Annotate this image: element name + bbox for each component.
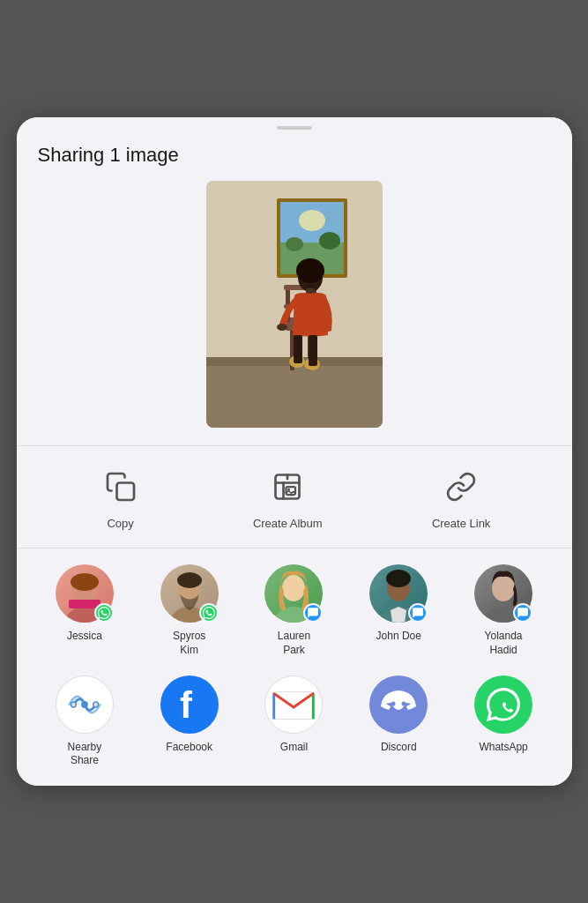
- spyros-name: SpyrosKim: [173, 630, 205, 657]
- app-discord[interactable]: Discord: [354, 675, 443, 768]
- discord-icon: [369, 675, 428, 734]
- contact-jessica[interactable]: Jessica: [41, 564, 129, 657]
- spyros-whatsapp-badge: [199, 603, 219, 623]
- sheet-title: Sharing 1 image: [38, 144, 551, 167]
- copy-label: Copy: [107, 517, 133, 530]
- svg-rect-26: [116, 483, 134, 501]
- facebook-label: Facebook: [166, 741, 212, 755]
- lauren-avatar-wrapper: [264, 564, 323, 623]
- drag-handle[interactable]: [17, 117, 572, 135]
- svg-point-48: [93, 702, 99, 707]
- svg-point-38: [177, 572, 202, 588]
- copy-icon: [98, 464, 144, 510]
- create-album-action[interactable]: Create Album: [253, 464, 323, 530]
- svg-point-10: [319, 232, 340, 250]
- svg-point-46: [81, 701, 88, 708]
- app-facebook[interactable]: f Facebook: [145, 675, 234, 768]
- svg-point-52: [402, 701, 406, 705]
- yolanda-avatar-wrapper: [474, 564, 532, 623]
- actions-section: Copy Create Album: [17, 446, 572, 548]
- whatsapp-app-label: WhatsApp: [479, 741, 527, 755]
- svg-point-19: [296, 258, 324, 283]
- svg-point-47: [71, 702, 76, 707]
- yolanda-name: YolandaHadid: [485, 630, 523, 657]
- facebook-icon: f: [160, 675, 219, 734]
- jessica-avatar-wrapper: [56, 564, 114, 623]
- app-nearby-share[interactable]: NearbyShare: [41, 675, 129, 768]
- john-messages-badge: [408, 603, 428, 623]
- svg-point-43: [386, 570, 411, 587]
- album-icon: [264, 464, 310, 510]
- create-album-label: Create Album: [253, 517, 323, 530]
- svg-text:f: f: [180, 684, 193, 726]
- svg-point-45: [492, 575, 515, 601]
- svg-rect-24: [294, 335, 302, 363]
- lauren-messages-badge: [303, 603, 323, 623]
- contacts-row: Jessica: [26, 564, 563, 657]
- link-icon: [438, 464, 484, 510]
- copy-action[interactable]: Copy: [98, 464, 144, 530]
- discord-label: Discord: [381, 741, 417, 755]
- john-avatar-wrapper: [369, 564, 428, 623]
- gmail-icon: [264, 675, 323, 734]
- image-section: [17, 181, 572, 445]
- app-gmail[interactable]: Gmail: [249, 675, 338, 768]
- preview-image: [206, 181, 383, 428]
- contacts-section: Jessica: [17, 549, 572, 666]
- gmail-label: Gmail: [280, 741, 308, 755]
- svg-rect-25: [309, 335, 317, 366]
- create-link-action[interactable]: Create Link: [432, 464, 490, 530]
- svg-point-9: [286, 237, 303, 251]
- contact-lauren[interactable]: LaurenPark: [249, 564, 338, 657]
- apps-row: NearbyShare f Facebook: [26, 675, 563, 768]
- contact-john[interactable]: John Doe: [354, 564, 443, 657]
- nearby-share-label: NearbyShare: [68, 741, 102, 768]
- yolanda-messages-badge: [513, 603, 532, 623]
- john-name: John Doe: [376, 630, 421, 644]
- create-link-label: Create Link: [432, 517, 490, 530]
- app-whatsapp[interactable]: WhatsApp: [459, 675, 547, 768]
- svg-point-21: [277, 324, 287, 331]
- svg-point-51: [391, 701, 396, 705]
- whatsapp-app-icon: [474, 675, 532, 734]
- lauren-name: LaurenPark: [278, 630, 310, 657]
- svg-point-34: [71, 573, 99, 591]
- contact-spyros[interactable]: SpyrosKim: [145, 564, 234, 657]
- apps-section: NearbyShare f Facebook: [17, 667, 572, 786]
- preview-artwork: [206, 181, 383, 428]
- share-sheet: Sharing 1 image: [17, 117, 572, 785]
- svg-rect-50: [274, 691, 314, 719]
- jessica-whatsapp-badge: [94, 603, 114, 623]
- nearby-share-icon: [56, 675, 114, 734]
- jessica-name: Jessica: [67, 630, 102, 644]
- svg-point-40: [282, 575, 305, 601]
- svg-point-7: [299, 210, 325, 231]
- spyros-avatar-wrapper: [160, 564, 219, 623]
- contact-yolanda[interactable]: YolandaHadid: [459, 564, 547, 657]
- title-section: Sharing 1 image: [17, 135, 572, 181]
